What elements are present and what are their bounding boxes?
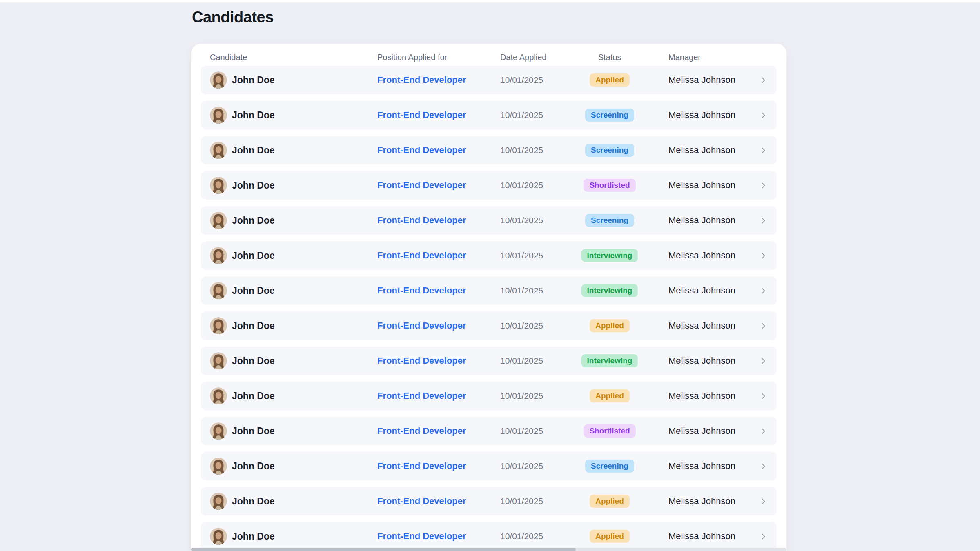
candidate-cell: John Doe [210,493,377,510]
chevron-right-icon [760,533,767,540]
status-cell: Applied [565,73,655,87]
candidate-cell: John Doe [210,142,377,159]
position-link[interactable]: Front-End Developer [377,285,466,295]
candidate-name: John Doe [232,496,275,507]
status-cell: Shortlisted [565,179,655,192]
table-row[interactable]: John Doe Front-End Developer 10/01/2025 … [201,522,777,551]
date-applied-cell: 10/01/2025 [500,461,565,471]
table-row[interactable]: John Doe Front-End Developer 10/01/2025 … [201,136,777,164]
position-link[interactable]: Front-End Developer [377,426,466,436]
row-chevron[interactable] [760,533,767,540]
row-chevron[interactable] [760,358,767,364]
horizontal-scrollbar-thumb[interactable] [191,548,576,551]
candidate-cell: John Doe [210,282,377,299]
chevron-right-icon [760,147,767,154]
status-badge: Interviewing [581,249,638,262]
page-title: Candidates [192,8,274,26]
row-chevron[interactable] [760,428,767,435]
position-cell: Front-End Developer [377,75,500,85]
row-chevron[interactable] [760,182,767,189]
candidate-name: John Doe [232,426,275,437]
candidate-name: John Doe [232,75,275,86]
position-link[interactable]: Front-End Developer [377,110,466,120]
position-link[interactable]: Front-End Developer [377,180,466,190]
table-row[interactable]: John Doe Front-End Developer 10/01/2025 … [201,347,777,375]
position-link[interactable]: Front-End Developer [377,145,466,155]
candidate-name: John Doe [232,285,275,296]
table-row[interactable]: John Doe Front-End Developer 10/01/2025 … [201,452,777,480]
status-badge: Applied [590,389,630,403]
candidate-avatar [210,458,227,475]
row-chevron[interactable] [760,77,767,84]
row-chevron[interactable] [760,463,767,470]
table-row[interactable]: John Doe Front-End Developer 10/01/2025 … [201,206,777,235]
candidate-avatar [210,528,227,545]
chevron-right-icon [760,463,767,470]
column-header-date-applied: Date Applied [500,53,565,62]
table-row[interactable]: John Doe Front-End Developer 10/01/2025 … [201,241,777,270]
status-badge: Screening [585,144,634,157]
candidate-avatar [210,71,227,89]
chevron-right-icon [760,77,767,84]
manager-cell: Melissa Johnson [655,391,751,401]
candidate-name: John Doe [232,391,275,402]
status-cell: Shortlisted [565,424,655,438]
table-row[interactable]: John Doe Front-End Developer 10/01/2025 … [201,417,777,445]
status-cell: Interviewing [565,249,655,262]
candidate-avatar [210,422,227,440]
row-chevron[interactable] [760,147,767,154]
candidate-name: John Doe [232,320,275,331]
candidate-cell: John Doe [210,107,377,124]
position-link[interactable]: Front-End Developer [377,355,466,366]
candidate-name: John Doe [232,180,275,191]
candidate-avatar [210,387,227,404]
table-row[interactable]: John Doe Front-End Developer 10/01/2025 … [201,311,777,340]
position-link[interactable]: Front-End Developer [377,531,466,541]
manager-cell: Melissa Johnson [655,496,751,507]
manager-cell: Melissa Johnson [655,461,751,471]
row-chevron[interactable] [760,217,767,224]
date-applied-cell: 10/01/2025 [500,356,565,366]
position-cell: Front-End Developer [377,145,500,156]
position-link[interactable]: Front-End Developer [377,320,466,331]
table-row[interactable]: John Doe Front-End Developer 10/01/2025 … [201,66,777,94]
row-chevron[interactable] [760,112,767,119]
table-row[interactable]: John Doe Front-End Developer 10/01/2025 … [201,487,777,515]
horizontal-scrollbar[interactable] [191,548,786,551]
row-chevron[interactable] [760,322,767,329]
candidate-cell: John Doe [210,458,377,475]
status-badge: Shortlisted [584,179,635,192]
table-row[interactable]: John Doe Front-End Developer 10/01/2025 … [201,276,777,305]
position-link[interactable]: Front-End Developer [377,215,466,225]
position-link[interactable]: Front-End Developer [377,75,466,85]
position-link[interactable]: Front-End Developer [377,250,466,260]
status-cell: Screening [565,214,655,227]
row-chevron[interactable] [760,287,767,294]
status-badge: Screening [585,214,634,227]
candidate-cell: John Doe [210,317,377,334]
chevron-right-icon [760,217,767,224]
chevron-right-icon [760,182,767,189]
chevron-right-icon [760,322,767,329]
candidate-cell: John Doe [210,177,377,194]
status-cell: Interviewing [565,354,655,368]
position-cell: Front-End Developer [377,355,500,366]
candidate-cell: John Doe [210,352,377,369]
row-chevron[interactable] [760,393,767,400]
status-badge: Shortlisted [584,424,635,438]
status-badge: Screening [585,460,634,473]
table-row[interactable]: John Doe Front-End Developer 10/01/2025 … [201,101,777,129]
manager-cell: Melissa Johnson [655,426,751,436]
position-link[interactable]: Front-End Developer [377,391,466,401]
table-row[interactable]: John Doe Front-End Developer 10/01/2025 … [201,171,777,200]
row-chevron[interactable] [760,498,767,505]
candidate-cell: John Doe [210,71,377,89]
status-cell: Applied [565,495,655,508]
column-header-candidate: Candidate [210,53,377,62]
manager-cell: Melissa Johnson [655,110,751,120]
row-chevron[interactable] [760,252,767,259]
position-link[interactable]: Front-End Developer [377,461,466,471]
table-row[interactable]: John Doe Front-End Developer 10/01/2025 … [201,382,777,410]
position-link[interactable]: Front-End Developer [377,496,466,506]
top-strip [0,0,980,2]
